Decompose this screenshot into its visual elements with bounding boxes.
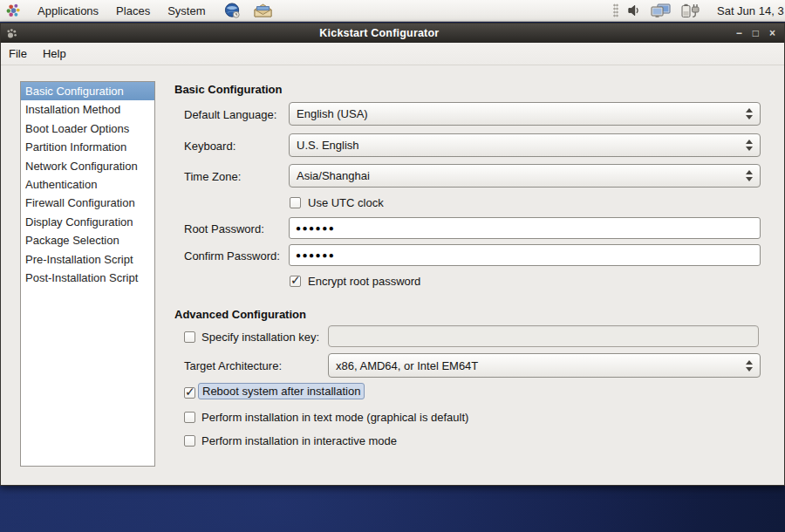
sidebar-item-network-configuration[interactable]: Network Configuration	[21, 157, 154, 175]
desktop: { "colors": { "selection_blue": "#76a1cf…	[0, 0, 785, 532]
root-password-label: Root Password:	[184, 222, 264, 235]
encrypt-root-password-label[interactable]: Encrypt root password	[308, 275, 420, 288]
email-icon[interactable]	[253, 3, 273, 18]
minimize-button[interactable]: −	[736, 28, 742, 38]
kickstart-configurator-window: Kickstart Configurator − □ × File Help B…	[0, 23, 785, 486]
root-password-field[interactable]: ●●●●●●	[289, 217, 761, 239]
default-language-label: Default Language:	[184, 108, 276, 121]
category-list: Basic Configuration Installation Method …	[20, 81, 155, 467]
keyboard-select[interactable]: U.S. English	[289, 133, 761, 157]
sidebar-item-boot-loader-options[interactable]: Boot Loader Options	[21, 119, 154, 138]
time-zone-select[interactable]: Asia/Shanghai	[289, 164, 761, 188]
time-zone-value: Asia/Shanghai	[290, 169, 738, 182]
panel-menu-system[interactable]: System	[159, 0, 214, 21]
utc-clock-label[interactable]: Use UTC clock	[308, 196, 384, 209]
confirm-password-label: Confirm Password:	[184, 249, 280, 263]
basic-configuration-heading: Basic Configuration	[174, 83, 283, 96]
display-icon[interactable]	[651, 3, 672, 18]
volume-icon[interactable]	[627, 3, 642, 17]
window-titlebar[interactable]: Kickstart Configurator − □ ×	[1, 24, 784, 43]
panel-grip-handle[interactable]	[613, 3, 618, 17]
gnome-foot-logo-icon[interactable]	[5, 3, 22, 19]
interactive-mode-label[interactable]: Perform installation in interactive mode	[201, 434, 397, 447]
utc-clock-checkbox[interactable]	[290, 197, 301, 208]
time-zone-label: Time Zone:	[184, 170, 241, 183]
window-title: Kickstart Configurator	[23, 27, 736, 39]
panel-menu-places[interactable]: Places	[107, 0, 159, 21]
combo-spinner-icon	[738, 103, 760, 125]
target-architecture-value: x86, AMD64, or Intel EM64T	[329, 359, 738, 372]
window-menubar: File Help	[1, 43, 784, 65]
confirm-password-field[interactable]: ●●●●●●	[289, 244, 761, 266]
default-language-value: English (USA)	[290, 107, 738, 120]
top-panel: Applications Places System	[0, 0, 785, 22]
panel-menu-applications[interactable]: Applications	[29, 0, 107, 21]
sidebar-item-pre-installation-script[interactable]: Pre-Installation Script	[21, 250, 154, 269]
keyboard-label: Keyboard:	[184, 140, 236, 153]
battery-icon[interactable]	[680, 3, 700, 18]
reboot-after-install-label[interactable]: Reboot system after installation	[198, 383, 365, 399]
interactive-mode-checkbox[interactable]	[184, 435, 195, 447]
web-browser-icon[interactable]	[224, 3, 241, 19]
installation-key-label[interactable]: Specify installation key:	[201, 331, 319, 344]
combo-spinner-icon	[738, 354, 760, 377]
menu-help[interactable]: Help	[35, 43, 74, 65]
maximize-button[interactable]: □	[753, 28, 759, 38]
window-content: Basic Configuration Installation Method …	[1, 65, 784, 484]
text-mode-checkbox[interactable]	[184, 412, 195, 423]
installation-key-field[interactable]	[328, 325, 759, 347]
installation-key-checkbox[interactable]	[184, 331, 195, 343]
close-button[interactable]: ×	[769, 28, 775, 38]
sidebar-item-authentication[interactable]: Authentication	[21, 175, 154, 194]
target-architecture-label: Target Architecture:	[184, 359, 282, 372]
sidebar-item-post-installation-script[interactable]: Post-Installation Script	[21, 269, 154, 287]
combo-spinner-icon	[738, 134, 760, 156]
window-app-icon	[6, 28, 17, 39]
combo-spinner-icon	[738, 165, 760, 187]
default-language-select[interactable]: English (USA)	[289, 102, 761, 126]
target-architecture-select[interactable]: x86, AMD64, or Intel EM64T	[328, 353, 761, 378]
sidebar-item-firewall-configuration[interactable]: Firewall Configuration	[21, 194, 154, 212]
encrypt-root-password-checkbox[interactable]	[290, 276, 301, 287]
sidebar-item-installation-method[interactable]: Installation Method	[21, 100, 154, 119]
menu-file[interactable]: File	[1, 43, 35, 65]
sidebar-item-package-selection[interactable]: Package Selection	[21, 231, 154, 249]
sidebar-item-partition-information[interactable]: Partition Information	[21, 138, 154, 156]
text-mode-label[interactable]: Perform installation in text mode (graph…	[201, 411, 468, 424]
sidebar-item-display-configuration[interactable]: Display Configuration	[21, 213, 154, 231]
reboot-after-install-checkbox[interactable]	[184, 387, 195, 399]
panel-clock[interactable]: Sat Jun 14, 3	[717, 4, 785, 17]
advanced-configuration-heading: Advanced Configuration	[174, 308, 306, 321]
keyboard-value: U.S. English	[290, 139, 738, 152]
sidebar-item-basic-configuration[interactable]: Basic Configuration	[21, 82, 154, 100]
